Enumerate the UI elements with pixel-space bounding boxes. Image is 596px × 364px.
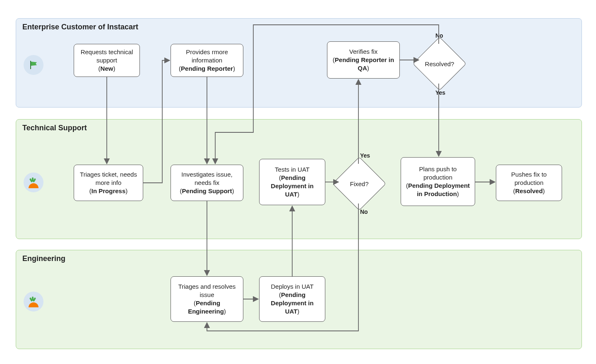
label-fixed-no: No <box>360 208 368 215</box>
label-fixed-yes: Yes <box>360 152 370 159</box>
node-tests-uat: Tests in UAT (Pending Deployment in UAT) <box>259 159 325 205</box>
label-resolved-no: No <box>435 32 443 39</box>
node-status: (Pending Reporter) <box>179 65 235 73</box>
node-text: Investigates issue, needs fix <box>175 170 239 187</box>
node-status: (In Progress) <box>89 187 128 195</box>
node-status: (Pending Support) <box>180 187 234 195</box>
node-requests: Requests technical support (New) <box>74 44 140 77</box>
node-status: (Pending Deployment in UAT) <box>264 291 321 316</box>
node-investigate: Investigates issue, needs fix (Pending S… <box>171 165 243 201</box>
lane-title-customer: Enterprise Customer of Instacart <box>22 23 138 31</box>
node-text: Provides rmore information <box>175 48 239 65</box>
node-eng-triage: Triages and resolves issue (Pending Engi… <box>171 276 243 322</box>
node-text: Deploys in UAT <box>271 283 313 291</box>
node-triage-info: Triages ticket, needs more info (In Prog… <box>74 165 143 201</box>
lane-title-support: Technical Support <box>22 124 87 132</box>
lane-title-engineering: Engineering <box>22 254 65 263</box>
label-resolved-yes: Yes <box>435 89 445 96</box>
node-status: (Resolved) <box>513 187 545 195</box>
node-text: Requests technical support <box>78 48 135 65</box>
node-status: (Pending Reporter in QA) <box>332 56 395 73</box>
node-verifies: Verifies fix (Pending Reporter in QA) <box>327 41 400 79</box>
node-push-prod: Pushes fix to production (Resolved) <box>496 165 562 201</box>
node-text: Tests in UAT <box>275 165 310 174</box>
node-text: Pushes fix to production <box>500 170 558 187</box>
carrot-icon <box>24 172 43 192</box>
node-text: Triages and resolves issue <box>175 283 239 299</box>
carrot-icon <box>24 292 43 311</box>
node-status: (New) <box>99 65 115 73</box>
node-status: (Pending Deployment in Production) <box>405 182 471 199</box>
node-eng-deploy: Deploys in UAT (Pending Deployment in UA… <box>259 276 325 322</box>
node-text: Triages ticket, needs more info <box>78 170 139 187</box>
node-plan-prod: Plans push to production (Pending Deploy… <box>401 157 475 206</box>
node-text: Plans push to production <box>405 165 471 182</box>
node-text: Verifies fix <box>349 48 377 56</box>
node-status: (Pending Deployment in UAT) <box>264 174 321 199</box>
flag-icon <box>24 55 43 75</box>
node-provides: Provides rmore information (Pending Repo… <box>171 44 243 77</box>
node-status: (Pending Engineering) <box>175 299 239 316</box>
